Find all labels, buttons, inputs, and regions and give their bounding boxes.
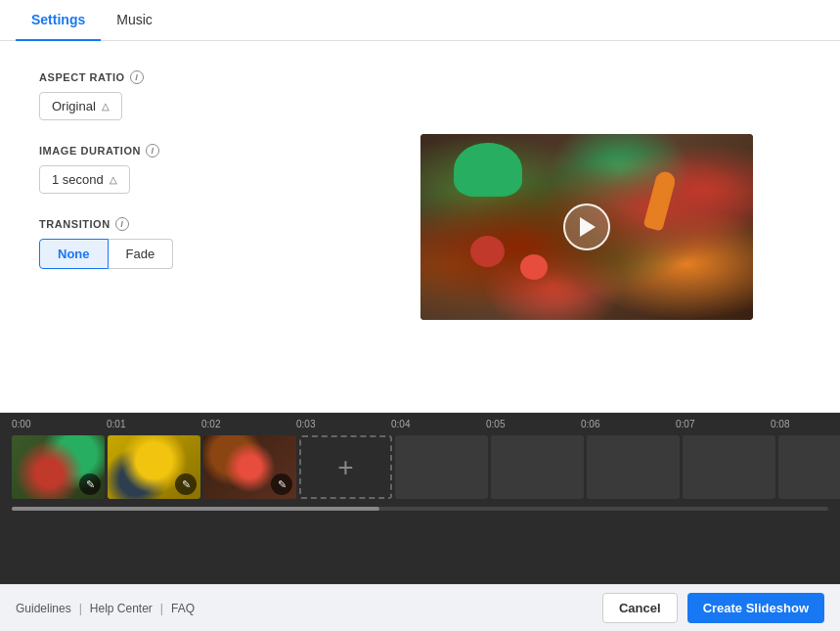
- empty-slot-2: [491, 435, 584, 499]
- empty-slot-5: [778, 435, 840, 499]
- transition-info-icon[interactable]: i: [115, 217, 129, 231]
- aspect-ratio-group: ASPECT RATIO i Original △: [39, 70, 313, 120]
- help-center-link[interactable]: Help Center: [90, 602, 153, 615]
- aspect-ratio-label: ASPECT RATIO i: [39, 70, 313, 84]
- image-duration-info-icon[interactable]: i: [146, 144, 159, 158]
- ruler-mark-1: 0:01: [107, 419, 201, 429]
- footer-bar: Guidelines | Help Center | FAQ Cancel Cr…: [0, 584, 840, 631]
- tab-music[interactable]: Music: [101, 0, 168, 41]
- thumb-2-edit[interactable]: ✎: [175, 473, 197, 495]
- content-area: ASPECT RATIO i Original △ IMAGE DURATION…: [0, 41, 840, 412]
- timeline-thumb-1[interactable]: ✎: [12, 435, 105, 499]
- aspect-ratio-select[interactable]: Original △: [39, 92, 122, 120]
- aspect-ratio-arrow-icon: △: [102, 101, 110, 112]
- transition-label: TRANSITION i: [39, 217, 313, 231]
- ruler-mark-4: 0:04: [391, 419, 486, 429]
- sep-1: |: [79, 602, 82, 615]
- timeline-track: ✎ ✎ ✎ +: [0, 431, 840, 503]
- thumb-1-edit[interactable]: ✎: [79, 473, 101, 495]
- veg-decor-2: [520, 254, 548, 280]
- footer-actions: Cancel Create Slideshow: [602, 593, 824, 623]
- ruler-mark-8: 0:08: [771, 419, 840, 429]
- empty-slot-3: [587, 435, 680, 499]
- play-button[interactable]: [563, 203, 610, 250]
- ruler-mark-2: 0:02: [201, 419, 296, 429]
- sep-2: |: [160, 602, 163, 615]
- image-duration-label: IMAGE DURATION i: [39, 144, 313, 158]
- pencil-icon-1: ✎: [86, 478, 95, 491]
- image-duration-select[interactable]: 1 second △: [39, 165, 130, 194]
- faq-link[interactable]: FAQ: [171, 602, 195, 615]
- video-preview[interactable]: [420, 134, 753, 320]
- main-area: Settings Music ASPECT RATIO i Original △…: [0, 0, 840, 413]
- empty-slot-4: [683, 435, 775, 499]
- timeline-thumb-3[interactable]: ✎: [203, 435, 296, 499]
- empty-slot-1: [395, 435, 488, 499]
- thumb-3-edit[interactable]: ✎: [271, 473, 292, 495]
- timeline-scrollbar[interactable]: [12, 507, 828, 511]
- timeline-bar: 0:00 0:01 0:02 0:03 0:04 0:05 0:06 0:07 …: [0, 413, 840, 584]
- add-media-button[interactable]: +: [299, 435, 392, 499]
- aspect-ratio-info-icon[interactable]: i: [130, 70, 144, 84]
- veg-decor-4: [454, 143, 522, 197]
- cancel-button[interactable]: Cancel: [602, 593, 678, 623]
- tab-settings[interactable]: Settings: [16, 0, 101, 41]
- transition-group: TRANSITION i None Fade: [39, 217, 313, 269]
- tab-bar: Settings Music: [0, 0, 840, 41]
- transition-fade-button[interactable]: Fade: [109, 239, 174, 269]
- ruler-mark-3: 0:03: [296, 419, 391, 429]
- ruler-mark-0: 0:00: [12, 419, 107, 429]
- play-icon: [580, 217, 596, 237]
- image-duration-arrow-icon: △: [110, 174, 117, 185]
- scrollbar-thumb[interactable]: [12, 507, 379, 511]
- ruler-mark-7: 0:07: [676, 419, 771, 429]
- footer-links: Guidelines | Help Center | FAQ: [16, 602, 195, 615]
- settings-panel: ASPECT RATIO i Original △ IMAGE DURATION…: [20, 61, 332, 392]
- create-slideshow-button[interactable]: Create Slideshow: [687, 593, 824, 623]
- transition-buttons: None Fade: [39, 239, 313, 269]
- ruler-mark-6: 0:06: [581, 419, 676, 429]
- image-duration-group: IMAGE DURATION i 1 second △: [39, 144, 313, 194]
- guidelines-link[interactable]: Guidelines: [16, 602, 71, 615]
- transition-none-button[interactable]: None: [39, 239, 109, 269]
- timeline-ruler: 0:00 0:01 0:02 0:03 0:04 0:05 0:06 0:07 …: [0, 413, 840, 431]
- pencil-icon-2: ✎: [182, 478, 191, 491]
- pencil-icon-3: ✎: [278, 478, 287, 491]
- add-icon: +: [337, 452, 353, 483]
- ruler-mark-5: 0:05: [486, 419, 581, 429]
- timeline-thumb-2[interactable]: ✎: [108, 435, 200, 499]
- preview-area: [352, 61, 820, 392]
- veg-decor-1: [470, 236, 505, 267]
